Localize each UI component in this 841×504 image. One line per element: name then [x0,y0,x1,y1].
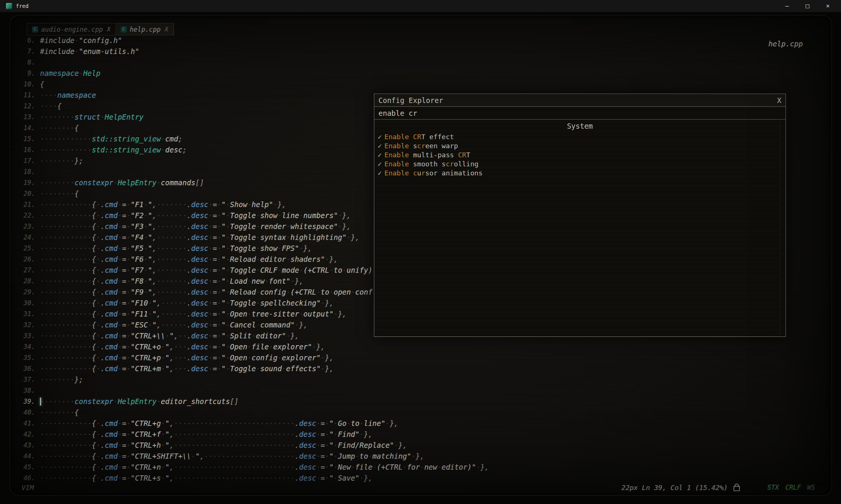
code-line[interactable]: 40.········{ [10,407,832,418]
line-number: 42. [10,429,40,440]
checkmark-icon: ✓ [378,142,382,150]
line-number: 46. [10,473,40,484]
code-line[interactable]: 7.#include·"enum-utils.h" [10,46,832,57]
code-line[interactable]: 6.#include·"config.h" [10,35,832,46]
tab-label: audio-engine.cpp [41,26,103,33]
app-background: 6.#include·"config.h"7.#include·"enum-ut… [0,12,841,504]
maximize-button[interactable]: □ [797,0,818,12]
config-option-label: Enable smooth scrolling [384,160,478,168]
dialog-header: Config Explorer X [374,94,786,107]
line-number: 45. [10,462,40,473]
line-number: 28. [10,276,40,287]
line-number: 35. [10,352,40,363]
code-line[interactable]: 38. [10,385,832,396]
status-flag-crlf: CRLF [786,484,801,491]
status-flags: STXCRLFWS [767,484,815,491]
minimize-button[interactable]: – [777,0,797,12]
cpp-file-icon: C [32,26,38,32]
line-number: 29. [10,287,40,298]
config-explorer-dialog: Config Explorer X enable cr System ✓Enab… [374,94,786,337]
line-number: 9. [10,68,40,79]
active-file-label: help.cpp [768,40,803,48]
line-number: 13. [10,112,40,123]
line-number: 11. [10,90,40,101]
code-line[interactable]: 8. [10,57,832,68]
code-line[interactable]: 10.{ [10,79,832,90]
app-icon [6,3,12,9]
tab-label: help.cpp [130,26,161,33]
config-option[interactable]: ✓Enable multi-pass CRT [374,150,786,159]
tab-close-icon[interactable]: X [165,26,168,33]
editor-screen: 6.#include·"config.h"7.#include·"enum-ut… [10,15,832,496]
status-flag-ws: WS [807,484,815,491]
checkmark-icon: ✓ [378,169,382,177]
line-number: 39. [10,396,40,407]
config-options-list: ✓Enable CRT effect✓Enable screen warp✓En… [374,132,786,177]
tab-help.cpp[interactable]: Chelp.cppX [116,23,174,35]
line-number: 38. [10,385,40,396]
config-search-query: enable cr [378,109,417,117]
line-number: 30. [10,298,40,309]
line-number: 6. [10,35,40,46]
line-number: 32. [10,320,40,330]
dialog-title: Config Explorer [378,96,443,104]
line-number: 27. [10,265,40,276]
lock-icon [733,486,740,491]
window-titlebar: fred – □ × [0,0,841,12]
section-header-system: System [374,120,786,132]
config-option[interactable]: ✓Enable cursor animations [374,168,786,177]
config-search-input[interactable]: enable cr [374,107,786,120]
config-option-label: Enable screen warp [384,142,458,150]
status-bar: VIM 22px Ln 39, Col 1 (15.42%) STXCRLFWS [10,482,832,495]
code-line[interactable]: 9.namespace·Help [10,68,832,79]
line-number: 7. [10,46,40,57]
config-option[interactable]: ✓Enable screen warp [374,141,786,150]
cpp-file-icon: C [121,26,127,32]
close-button[interactable]: × [818,0,838,12]
line-number: 26. [10,254,40,265]
line-number: 20. [10,188,40,199]
config-option[interactable]: ✓Enable CRT effect [374,132,786,141]
code-line[interactable]: 42.············{·.cmd·=·"CTRL+f·",······… [10,429,832,440]
tab-close-icon[interactable]: X [107,26,111,33]
line-number: 23. [10,221,40,232]
checkmark-icon: ✓ [378,133,382,141]
config-option[interactable]: ✓Enable smooth scrolling [374,159,786,168]
line-number: 18. [10,166,40,177]
code-line[interactable]: 44.············{·.cmd·=·"CTRL+SHIFT+\\·"… [10,451,832,462]
code-line[interactable]: 43.············{·.cmd·=·"CTRL+h·",······… [10,440,832,451]
window-title: fred [16,3,29,9]
line-number: 14. [10,123,40,134]
tab-audio-engine.cpp[interactable]: Caudio-engine.cppX [27,23,116,35]
vim-mode-indicator: VIM [22,484,34,492]
line-number: 36. [10,363,40,374]
line-number: 31. [10,309,40,320]
line-number: 15. [10,134,40,144]
line-number: 24. [10,232,40,243]
code-line[interactable]: 34.············{·.cmd·=·"CTRL+o·",···.de… [10,341,832,352]
config-option-label: Enable CRT effect [384,133,454,141]
line-number: 41. [10,418,40,429]
code-line[interactable]: 41.············{·.cmd·=·"CTRL+g·",······… [10,418,832,429]
config-options-panel: System ✓Enable CRT effect✓Enable screen … [374,120,786,337]
line-number: 12. [10,101,40,112]
code-line[interactable]: 37.········}; [10,374,832,385]
config-option-label: Enable multi-pass CRT [384,151,470,159]
line-number: 25. [10,243,40,254]
code-line[interactable]: 45.············{·.cmd·=·"CTRL+n·",······… [10,462,832,473]
line-number: 33. [10,330,40,341]
cursor-position-info: 22px Ln 39, Col 1 (15.42%) [621,484,728,492]
code-line[interactable]: 35.············{·.cmd·=·"CTRL+p·",···.de… [10,352,832,363]
code-line[interactable]: 46.············{·.cmd·=·"CTRL+s·",······… [10,473,832,484]
line-number: 8. [10,57,40,68]
status-flag-stx: STX [767,484,779,491]
line-number: 43. [10,440,40,451]
dialog-close-button[interactable]: X [777,96,781,104]
line-number: 19. [10,177,40,188]
code-line[interactable]: 36.············{·.cmd·=·"CTRL+m·",···.de… [10,363,832,374]
checkmark-icon: ✓ [378,160,382,168]
line-number: 21. [10,199,40,210]
line-number: 34. [10,341,40,352]
line-number: 16. [10,144,40,155]
code-line[interactable]: 39.········constexpr·HelpEntry·editor_sh… [10,396,832,407]
